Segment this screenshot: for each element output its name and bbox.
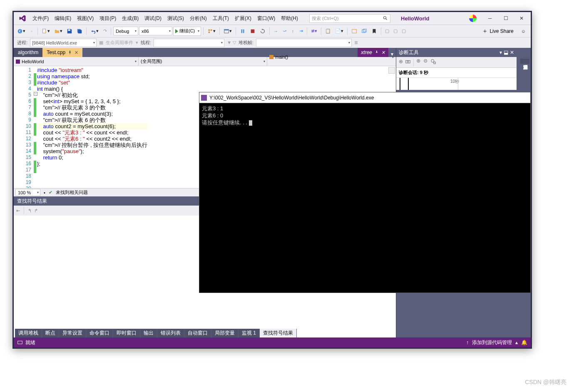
stack-combo[interactable] — [256, 39, 352, 47]
menu-项目(P)[interactable]: 项目(P) — [97, 12, 119, 25]
feedback-icon[interactable]: ☺ — [519, 27, 527, 36]
dropdown-icon[interactable]: ▾ — [499, 50, 502, 55]
new-button[interactable]: ▾ — [40, 27, 52, 36]
zoom-in-icon[interactable] — [416, 59, 422, 66]
svg-rect-26 — [18, 341, 22, 344]
extension-button[interactable]: ▾ — [206, 27, 217, 36]
bottom-tab-6[interactable]: 错误列表 — [157, 329, 184, 337]
tab-test-cpp[interactable]: Test.cpp✕ — [42, 48, 82, 57]
menu-生成(B)[interactable]: 生成(B) — [119, 12, 142, 25]
config-combo[interactable]: Debug — [113, 27, 138, 35]
publish-icon[interactable]: ↑ — [466, 340, 469, 345]
save-button[interactable] — [65, 27, 74, 36]
browse-btn[interactable] — [350, 27, 359, 36]
svg-point-17 — [485, 30, 486, 32]
menu-调试(D)[interactable]: 调试(D) — [142, 12, 164, 25]
bottom-tab-3[interactable]: 命令窗口 — [86, 329, 113, 337]
stop-button[interactable] — [248, 27, 257, 36]
split-icon[interactable] — [388, 67, 395, 74]
menu-视图(V)[interactable]: 视图(V) — [74, 12, 97, 25]
process-combo[interactable]: [9848] HelloWorld.exe — [30, 39, 97, 47]
add-source-control[interactable]: 添加到源代码管理 — [472, 339, 512, 346]
save-all-button[interactable] — [75, 27, 84, 36]
nav-scope-combo[interactable]: HelloWorld — [14, 57, 139, 66]
svg-rect-7 — [211, 29, 212, 31]
bottom-tab-10[interactable]: 查找符号结果 — [260, 329, 297, 337]
code-text[interactable]: #include "iostream"using namespace std;#… — [36, 66, 147, 188]
bottom-tab-4[interactable]: 即时窗口 — [113, 329, 140, 337]
close-icon[interactable]: ✕ — [75, 50, 78, 55]
pin-icon[interactable] — [68, 50, 72, 55]
minimize-button[interactable]: ─ — [482, 13, 497, 24]
extra3-button[interactable]: ▢ — [400, 27, 408, 36]
bottom-tab-0[interactable]: 调用堆栈 — [15, 329, 42, 337]
pause-button[interactable] — [238, 27, 247, 36]
next-icon[interactable]: ↱ — [34, 208, 38, 213]
windows-button[interactable] — [360, 27, 369, 36]
step-out-button[interactable]: ↑ — [289, 27, 296, 36]
menu-工具(T)[interactable]: 工具(T) — [210, 12, 232, 25]
quick-search-input[interactable]: 搜索 (Ctrl+Q) — [309, 14, 390, 23]
nav-global-combo[interactable]: (全局范围) — [139, 57, 267, 66]
undo-button[interactable]: ▾ — [89, 27, 100, 36]
frame-button[interactable]: ▾ — [222, 27, 234, 36]
extra1-button[interactable]: ▢ — [383, 27, 391, 36]
svg-point-2 — [18, 29, 22, 33]
menu-帮助(H)[interactable]: 帮助(H) — [278, 12, 301, 25]
fold-icon[interactable]: − — [34, 92, 37, 96]
menu-扩展(X)[interactable]: 扩展(X) — [232, 12, 254, 25]
console-titlebar[interactable]: Y:\002_WorkSpace\002_VS\HelloWorld\Hello… — [199, 92, 530, 103]
camera-icon[interactable] — [405, 59, 411, 66]
bottom-tab-1[interactable]: 断点 — [42, 329, 59, 337]
step-over-button[interactable]: ⤻ — [281, 27, 288, 36]
check-icon: ✔ — [49, 190, 52, 195]
open-button[interactable]: ▾ — [52, 27, 64, 36]
bottom-tab-9[interactable]: 监视 1 — [239, 329, 260, 337]
step-frame-button[interactable]: ⇥ — [297, 27, 305, 36]
menu-编辑(E)[interactable]: 编辑(E) — [52, 12, 74, 25]
redo-button[interactable]: ↷ — [101, 27, 109, 36]
thread-combo[interactable] — [154, 39, 224, 47]
stack-label: 堆栈帧: — [239, 40, 253, 46]
continue-button[interactable]: 继续(C) — [173, 27, 201, 36]
account-icon[interactable] — [469, 15, 477, 22]
menu-文件(F)[interactable]: 文件(F) — [30, 12, 52, 25]
live-share-button[interactable]: Live Share — [479, 28, 517, 34]
zoom-out-icon[interactable] — [423, 59, 429, 66]
format-button[interactable]: ≢▾ — [309, 27, 319, 36]
tab-algorithm[interactable]: algorithm — [14, 48, 42, 57]
nav-fwd-button[interactable]: ◦ — [28, 27, 35, 36]
clipboard-button[interactable]: 📋 — [323, 27, 333, 36]
paste-button[interactable]: 📄▾ — [333, 27, 345, 36]
close-icon[interactable]: ✕ — [510, 50, 514, 55]
pin-icon[interactable] — [375, 50, 379, 55]
zoom-combo[interactable]: 100 % — [15, 189, 40, 196]
diagnostics-header: 诊断工具 ▾⬓✕ — [396, 48, 517, 57]
bottom-tab-7[interactable]: 自动窗口 — [184, 329, 211, 337]
pin-icon[interactable]: ⬓ — [504, 50, 508, 55]
menu-bar: 文件(F)编辑(E)视图(V)项目(P)生成(B)调试(D)测试(S)分析(N)… — [14, 12, 531, 25]
menu-窗口(W)[interactable]: 窗口(W) — [254, 12, 278, 25]
solution-explorer-tab[interactable]: 解决方案资源管理 — [520, 59, 529, 64]
bookmark-button[interactable] — [370, 27, 379, 36]
bottom-tab-5[interactable]: 输出 — [140, 329, 157, 337]
bottom-tab-2[interactable]: 异常设置 — [59, 329, 86, 337]
platform-combo[interactable]: x86 — [139, 27, 172, 35]
restart-button[interactable] — [258, 27, 267, 36]
bottom-tab-8[interactable]: 局部变量 — [211, 329, 239, 337]
nav-back-button[interactable]: ▾ — [15, 27, 27, 36]
console-window: Y:\002_WorkSpace\002_VS\HelloWorld\Hello… — [199, 92, 531, 293]
indent-left-icon[interactable]: ⇤ — [16, 208, 20, 213]
prev-icon[interactable]: ↰ — [28, 208, 32, 213]
extra2-button[interactable]: ▢ — [392, 27, 399, 36]
maximize-button[interactable]: ☐ — [498, 13, 513, 24]
menu-测试(S)[interactable]: 测试(S) — [164, 12, 187, 25]
tab-xtree-preview[interactable]: xtree✕ — [358, 48, 388, 57]
close-button[interactable]: ✕ — [514, 13, 529, 24]
menu-分析(N)[interactable]: 分析(N) — [187, 12, 210, 25]
notifications-icon[interactable]: 🔔 — [521, 340, 527, 345]
step-into-button[interactable]: → — [272, 27, 280, 36]
zoom-fit-icon[interactable] — [430, 59, 436, 66]
close-icon[interactable]: ✕ — [381, 50, 385, 55]
settings-icon[interactable] — [398, 59, 404, 66]
